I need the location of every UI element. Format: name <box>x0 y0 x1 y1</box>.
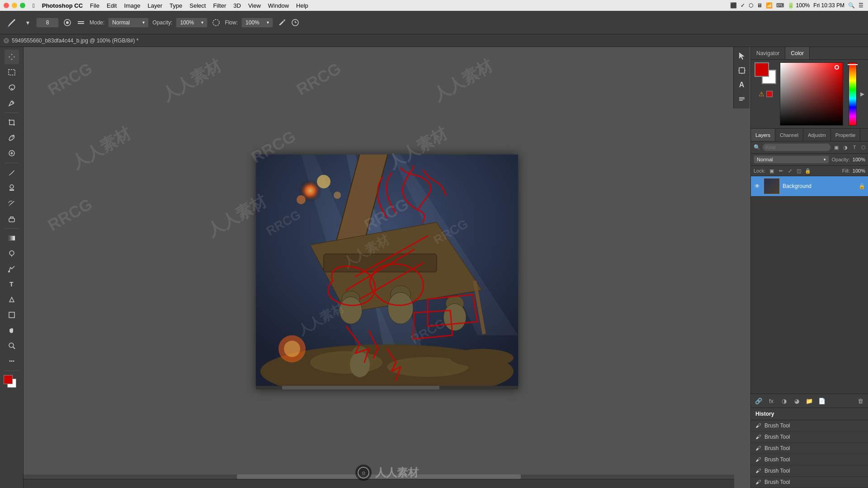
lock-all-icon[interactable]: 🔒 <box>804 167 811 174</box>
gradient-tool[interactable] <box>5 231 19 245</box>
color-gradient-picker[interactable] <box>780 62 843 126</box>
add-mask-icon[interactable]: ◑ <box>779 396 789 406</box>
delete-layer-icon[interactable]: 🗑 <box>855 396 865 406</box>
canvas-hscroll-thumb[interactable] <box>282 386 439 389</box>
history-item-4[interactable]: 🖌 Brush Tool <box>751 465 868 477</box>
type-filter-icon[interactable]: T <box>851 144 858 151</box>
h-scrollbar[interactable] <box>24 474 734 479</box>
opacity-value[interactable]: 100% <box>853 157 865 162</box>
apple-menu[interactable]:  <box>29 0 38 11</box>
flow-dropdown[interactable]: 100% <box>241 18 273 28</box>
path-selection-tool[interactable] <box>5 292 19 307</box>
move-tool[interactable] <box>5 50 19 64</box>
color-tab[interactable]: Color <box>785 47 810 59</box>
color-panel-expand[interactable]: ▶ <box>860 62 864 126</box>
history-item-3[interactable]: 🖌 Brush Tool <box>751 454 868 465</box>
notification-icon[interactable]: ☰ <box>859 2 863 9</box>
layer-menu[interactable]: Layer <box>144 0 166 11</box>
select-menu[interactable]: Select <box>186 0 209 11</box>
fill-value[interactable]: 100% <box>853 168 865 174</box>
layer-kind-filter[interactable] <box>762 143 831 151</box>
character-panel-icon[interactable]: A <box>736 79 748 91</box>
lock-position-icon[interactable]: ✏ <box>777 167 784 174</box>
history-brush-tool[interactable] <box>5 196 19 211</box>
navigator-tab[interactable]: Navigator <box>751 47 785 59</box>
healing-tool[interactable] <box>5 146 19 160</box>
pressure-icon[interactable] <box>290 18 300 28</box>
3d-menu[interactable]: 3D <box>230 0 245 11</box>
rectangle-select-tool[interactable] <box>5 65 19 80</box>
crop-tool[interactable] <box>5 115 19 130</box>
canvas-area[interactable]: RRCG 人人素材 RRCG 人人素材 人人素材 RRCG 人人素材 RRCG … <box>24 47 750 488</box>
canvas-hscroll[interactable] <box>256 386 518 389</box>
canvas-image[interactable]: RRCG 人人素材 RRCG 人人素材 RRCG <box>256 155 518 389</box>
pixel-filter-icon[interactable]: ▣ <box>833 144 840 151</box>
view-menu[interactable]: View <box>245 0 264 11</box>
file-menu[interactable]: File <box>86 0 103 11</box>
gradient-square[interactable] <box>780 62 843 126</box>
eyedropper-tool[interactable] <box>5 131 19 145</box>
adjustment-filter-icon[interactable]: ◑ <box>842 144 849 151</box>
minimize-button[interactable] <box>12 3 17 8</box>
brush-size-input[interactable]: 8 <box>36 18 59 28</box>
airbrush-icon[interactable] <box>277 18 287 28</box>
link-layers-icon[interactable]: 🔗 <box>754 396 764 406</box>
history-item-0[interactable]: 🖌 Brush Tool <box>751 420 868 432</box>
adjustments-tab[interactable]: Adjustm <box>803 129 831 141</box>
opacity-dropdown[interactable]: 100% <box>176 18 208 28</box>
brush-tool[interactable] <box>5 165 19 180</box>
hand-tool[interactable] <box>5 323 19 338</box>
app-name-menu[interactable]: Photoshop CC <box>38 0 86 11</box>
image-menu[interactable]: Image <box>120 0 144 11</box>
properties-tab[interactable]: Propertie <box>831 129 861 141</box>
paragraph-panel-icon[interactable] <box>736 93 748 106</box>
layers-tab[interactable]: Layers <box>751 129 775 141</box>
lock-pixels-icon[interactable]: ▣ <box>768 167 775 174</box>
history-item-5[interactable]: 🖌 Brush Tool <box>751 477 868 488</box>
zoom-tool[interactable] <box>5 338 19 353</box>
lasso-tool[interactable] <box>5 80 19 95</box>
mode-dropdown[interactable]: Normal <box>108 18 149 28</box>
layer-item-background[interactable]: 👁 Background 🔒 <box>751 176 868 196</box>
filter-menu[interactable]: Filter <box>209 0 230 11</box>
warning-color-box[interactable] <box>766 91 773 97</box>
add-style-icon[interactable]: fx <box>766 396 776 406</box>
edit-menu[interactable]: Edit <box>103 0 120 11</box>
foreground-color-swatch[interactable] <box>4 375 13 384</box>
add-adjustment-icon[interactable]: ◕ <box>792 396 802 406</box>
channels-tab[interactable]: Channel <box>775 129 803 141</box>
artboard-icon[interactable] <box>736 64 748 77</box>
brush-tool-icon[interactable] <box>5 15 19 30</box>
add-group-icon[interactable]: 📁 <box>804 396 814 406</box>
close-button[interactable] <box>4 3 9 8</box>
hue-slider[interactable] <box>849 62 857 126</box>
tab-close-button[interactable]: ✕ <box>4 38 9 43</box>
history-item-1[interactable]: 🖌 Brush Tool <box>751 432 868 443</box>
extra-tools[interactable] <box>5 354 19 368</box>
lock-filter-icon[interactable]: ◫ <box>795 167 802 174</box>
pen-tool[interactable] <box>5 96 19 110</box>
gamut-warning-icon[interactable]: ⚠ <box>759 90 764 98</box>
h-scrollbar-thumb[interactable] <box>237 474 521 479</box>
search-icon[interactable]: 🔍 <box>848 2 855 9</box>
stamp-tool[interactable] <box>5 181 19 195</box>
type-menu[interactable]: Type <box>166 0 186 11</box>
fg-color-swatch[interactable] <box>755 62 769 77</box>
text-tool[interactable]: T <box>5 277 19 291</box>
brush-type-icon[interactable] <box>62 18 72 28</box>
eraser-tool[interactable] <box>5 211 19 226</box>
pen-path-tool[interactable] <box>5 262 19 276</box>
opacity-icon[interactable] <box>211 18 221 28</box>
shape-filter-icon[interactable]: ⬡ <box>860 144 867 151</box>
blend-mode-dropdown[interactable]: Normal <box>754 155 829 164</box>
dodge-tool[interactable] <box>5 246 19 261</box>
lock-artboard-icon[interactable]: ⤢ <box>786 167 793 174</box>
cursor-tool-icon[interactable] <box>736 50 748 62</box>
brush-size-arrow[interactable]: ▾ <box>23 18 33 28</box>
add-layer-icon[interactable]: 📄 <box>817 396 827 406</box>
help-menu[interactable]: Help <box>292 0 312 11</box>
layer-visibility-icon[interactable]: 👁 <box>754 183 761 190</box>
shape-tool[interactable] <box>5 308 19 322</box>
window-menu[interactable]: Window <box>264 0 292 11</box>
brush-options-icon[interactable] <box>76 18 86 28</box>
